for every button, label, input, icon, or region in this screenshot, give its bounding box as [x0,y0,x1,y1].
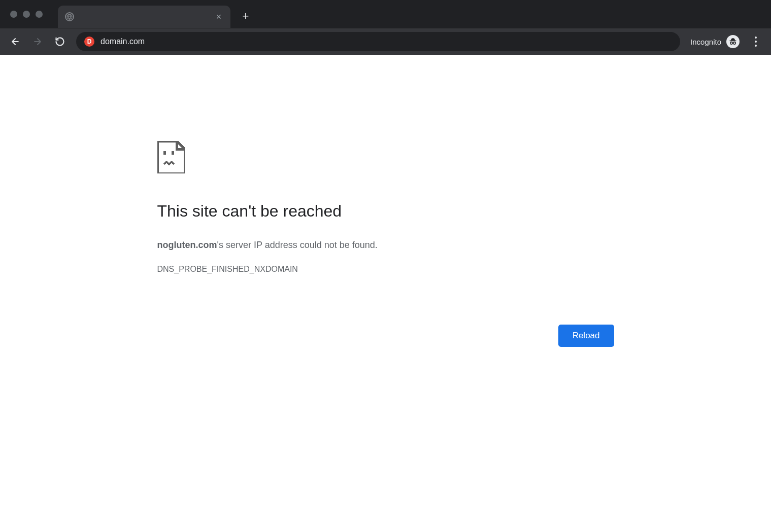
svg-point-2 [730,42,733,45]
incognito-icon [726,35,740,48]
address-bar[interactable]: D domain.com [76,32,680,51]
page-content: This site can't be reached nogluten.com'… [0,55,771,532]
error-message-suffix: 's server IP address could not be found. [217,240,378,250]
reload-page-button[interactable]: Reload [558,325,614,347]
error-message: nogluten.com's server IP address could n… [157,240,614,251]
error-domain: nogluten.com [157,240,217,250]
reload-button[interactable] [50,31,70,52]
error-code: DNS_PROBE_FINISHED_NXDOMAIN [157,265,614,274]
window-close-button[interactable] [10,11,17,18]
forward-button[interactable] [27,31,48,52]
window-controls [5,11,49,18]
url-text: domain.com [100,37,672,46]
vertical-dots-icon [755,37,757,47]
globe-icon [65,12,74,21]
window-minimize-button[interactable] [23,11,30,18]
svg-point-3 [733,42,736,45]
toolbar: D domain.com Incognito [0,28,771,55]
incognito-indicator: Incognito [686,35,744,48]
error-container: This site can't be reached nogluten.com'… [157,141,614,532]
svg-rect-1 [729,41,736,42]
error-heading: This site can't be reached [157,202,614,221]
tab-strip: × + [0,0,771,28]
browser-menu-button[interactable] [746,31,766,52]
reload-row: Reload [157,325,614,347]
back-button[interactable] [5,31,25,52]
new-tab-button[interactable]: + [238,8,254,24]
svg-rect-5 [172,151,174,155]
close-icon[interactable]: × [214,12,223,21]
site-favicon-icon: D [84,37,94,47]
window-maximize-button[interactable] [36,11,43,18]
browser-chrome: × + D domain.com Incognito [0,0,771,55]
browser-tab[interactable]: × [58,6,230,28]
incognito-label: Incognito [690,38,721,46]
svg-rect-4 [163,151,166,155]
sad-page-icon [157,141,614,175]
